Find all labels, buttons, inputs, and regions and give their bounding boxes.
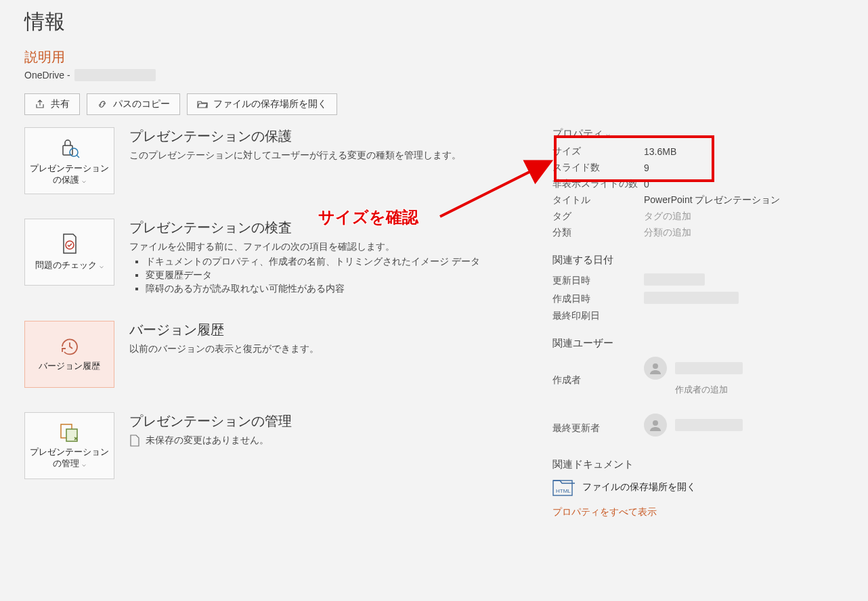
presentation-manage-icon xyxy=(58,422,81,443)
related-documents-section: 関連ドキュメント HTML ファイルの保存場所を開く プロパティをすべて表示 xyxy=(552,458,844,518)
page-title: 情報 xyxy=(24,8,844,36)
copy-path-label: パスのコピー xyxy=(113,98,170,110)
history-icon xyxy=(58,336,81,357)
inspect-heading: プレゼンテーションの検査 xyxy=(129,219,480,237)
chevron-down-icon: ⌵ xyxy=(82,177,86,184)
open-location-label: ファイルの保存場所を開く xyxy=(213,98,327,110)
version-heading: バージョン履歴 xyxy=(129,321,319,339)
hidden-slides-value: 0 xyxy=(644,179,844,190)
manage-section: プレゼンテーションの管理 ⌵ プレゼンテーションの管理 未保存の変更はありません… xyxy=(24,412,546,479)
inspect-btn-label: 問題のチェック xyxy=(35,261,97,270)
manage-btn-label: プレゼンテーションの管理 xyxy=(30,447,109,468)
properties-heading-label: プロパティ xyxy=(552,127,603,140)
category-label: 分類 xyxy=(552,227,644,239)
avatar-icon xyxy=(644,414,667,437)
created-date-value xyxy=(644,292,739,304)
inspect-item: ドキュメントのプロパティ、作成者の名前、トリミングされたイメージ データ xyxy=(146,256,480,268)
related-users-section: 関連ユーザー 作成者 作成者の追加 最終更新者 xyxy=(552,337,844,443)
title-value[interactable]: PowerPoint プレゼンテーション xyxy=(644,194,844,206)
protect-btn-label: プレゼンテーションの保護 xyxy=(30,164,109,185)
protect-section: プレゼンテーションの保護 ⌵ プレゼンテーションの保護 このプレゼンテーションに… xyxy=(24,127,546,194)
avatar-icon xyxy=(644,357,667,380)
share-icon xyxy=(35,99,45,110)
printed-date-label: 最終印刷日 xyxy=(552,310,644,322)
path-redacted xyxy=(74,69,156,81)
copy-path-button[interactable]: パスのコピー xyxy=(87,93,180,115)
last-modified-by-name xyxy=(675,419,743,431)
related-documents-heading: 関連ドキュメント xyxy=(552,458,844,471)
related-users-heading: 関連ユーザー xyxy=(552,337,844,350)
last-modified-by-label: 最終更新者 xyxy=(552,422,644,435)
protect-heading: プレゼンテーションの保護 xyxy=(129,127,461,146)
hidden-slides-label: 非表示スライドの数 xyxy=(552,178,644,190)
tag-label: タグ xyxy=(552,210,644,223)
slides-value: 9 xyxy=(644,162,844,173)
category-add[interactable]: 分類の追加 xyxy=(644,227,844,239)
action-bar: 共有 パスのコピー ファイルの保存場所を開く xyxy=(24,93,844,115)
inspect-section: 問題のチェック ⌵ プレゼンテーションの検査 ファイルを公開する前に、ファイルの… xyxy=(24,219,546,296)
inspect-description: ファイルを公開する前に、ファイルの次の項目を確認します。 xyxy=(129,241,480,253)
author-name xyxy=(675,362,743,374)
document-small-icon xyxy=(129,435,140,447)
svg-text:HTML: HTML xyxy=(556,488,571,494)
author-row[interactable] xyxy=(644,357,844,380)
lock-icon xyxy=(58,136,82,159)
add-author-link[interactable]: 作成者の追加 xyxy=(675,384,844,396)
show-all-properties-link[interactable]: プロパティをすべて表示 xyxy=(552,506,844,518)
manage-heading: プレゼンテーションの管理 xyxy=(129,412,292,430)
version-history-button[interactable]: バージョン履歴 xyxy=(24,321,114,388)
protect-description: このプレゼンテーションに対してユーザーが行える変更の種類を管理します。 xyxy=(129,150,461,162)
properties-section: プロパティ ⌵ サイズ 13.6MB スライド数 9 非表示スライドの数 0 タ… xyxy=(552,127,844,239)
document-check-icon xyxy=(60,233,80,256)
version-btn-label: バージョン履歴 xyxy=(39,361,100,372)
inspect-item: 障碍のある方が読み取れない可能性がある内容 xyxy=(146,283,480,295)
svg-point-5 xyxy=(653,363,658,369)
chevron-down-icon: ⌵ xyxy=(82,460,86,468)
modified-date-label: 更新日時 xyxy=(552,275,644,287)
protect-presentation-button[interactable]: プレゼンテーションの保護 ⌵ xyxy=(24,127,114,194)
properties-heading[interactable]: プロパティ ⌵ xyxy=(552,127,844,140)
version-section: バージョン履歴 バージョン履歴 以前のバージョンの表示と復元ができます。 xyxy=(24,321,546,388)
modified-date-value xyxy=(644,273,705,286)
manage-description: 未保存の変更はありません。 xyxy=(146,435,269,447)
link-icon xyxy=(97,99,108,110)
document-title: 説明用 xyxy=(24,48,844,66)
related-dates-heading: 関連する日付 xyxy=(552,254,844,267)
folder-open-icon xyxy=(197,99,208,110)
check-issues-button[interactable]: 問題のチェック ⌵ xyxy=(24,219,114,286)
open-file-location-link[interactable]: HTML ファイルの保存場所を開く xyxy=(552,478,844,497)
author-label: 作成者 xyxy=(552,374,644,386)
path-prefix: OneDrive - xyxy=(24,70,70,81)
title-label: タイトル xyxy=(552,194,644,206)
document-path: OneDrive - xyxy=(24,69,844,81)
open-location-button[interactable]: ファイルの保存場所を開く xyxy=(187,93,337,115)
inspect-items: ドキュメントのプロパティ、作成者の名前、トリミングされたイメージ データ 変更履… xyxy=(146,256,480,295)
html-file-icon: HTML xyxy=(552,478,576,497)
last-modified-by-row[interactable] xyxy=(644,414,844,437)
svg-point-6 xyxy=(653,420,658,426)
related-dates-section: 関連する日付 更新日時 作成日時 最終印刷日 xyxy=(552,254,844,322)
inspect-item: 変更履歴データ xyxy=(146,269,480,282)
size-value: 13.6MB xyxy=(644,146,844,157)
open-file-location-label: ファイルの保存場所を開く xyxy=(582,481,696,493)
chevron-down-icon: ⌵ xyxy=(100,262,104,269)
chevron-down-icon: ⌵ xyxy=(606,130,610,137)
share-label: 共有 xyxy=(51,98,70,110)
tag-add[interactable]: タグの追加 xyxy=(644,210,844,223)
share-button[interactable]: 共有 xyxy=(24,93,80,115)
created-date-label: 作成日時 xyxy=(552,293,644,305)
svg-rect-0 xyxy=(63,146,72,155)
size-label: サイズ xyxy=(552,146,644,158)
manage-presentation-button[interactable]: プレゼンテーションの管理 ⌵ xyxy=(24,412,114,479)
version-description: 以前のバージョンの表示と復元ができます。 xyxy=(129,343,319,355)
slides-label: スライド数 xyxy=(552,162,644,174)
